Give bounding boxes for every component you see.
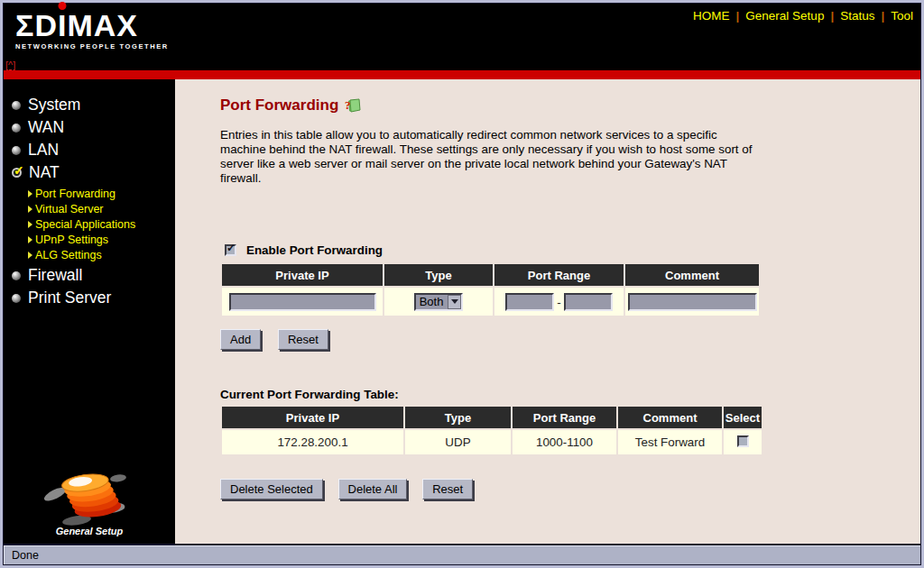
bullet-icon	[12, 101, 21, 110]
sidebar-subitem-upnp-settings[interactable]: UPnP Settings	[28, 232, 175, 247]
private-ip-input[interactable]	[229, 293, 376, 311]
logo-red-dot-icon	[59, 2, 67, 10]
sidebar-item-system[interactable]: System	[4, 94, 175, 116]
delete-selected-button[interactable]: Delete Selected	[220, 479, 323, 499]
status-bar: Done	[4, 544, 920, 564]
port-forwarding-entry-table: Private IP Type Port Range Comment Both	[220, 262, 761, 317]
page-title-row: Port Forwarding ?	[220, 96, 920, 115]
header: ΣDIMAX NETWORKING PEOPLE TOGETHER HOME|G…	[4, 4, 920, 70]
edimax-logo: ΣDIMAX NETWORKING PEOPLE TOGETHER	[15, 10, 169, 50]
sidebar-item-label: NAT	[29, 163, 60, 182]
column-header-comment: Comment	[618, 407, 722, 428]
arrow-right-icon	[28, 206, 32, 213]
bullet-icon	[12, 271, 21, 280]
column-header-select: Select	[724, 407, 762, 428]
column-header-comment: Comment	[625, 264, 759, 286]
sidebar-item-label: LAN	[28, 141, 59, 160]
nav-separator: |	[881, 9, 884, 23]
brand-tagline: NETWORKING PEOPLE TOGETHER	[15, 42, 169, 50]
bullet-icon	[12, 146, 21, 155]
svg-text:?: ?	[345, 98, 351, 112]
subitem-label: Port Forwarding	[35, 188, 116, 200]
sidebar-subitem-virtual-server[interactable]: Virtual Server	[28, 201, 175, 216]
comment-input[interactable]	[628, 293, 757, 311]
page-title: Port Forwarding	[220, 96, 338, 115]
nat-subnav: Port Forwarding Virtual Server Special A…	[28, 186, 175, 262]
cell-comment: Test Forward	[618, 430, 722, 454]
port-end-input[interactable]	[564, 293, 613, 311]
reset-table-button[interactable]: Reset	[422, 479, 473, 499]
sidebar-item-lan[interactable]: LAN	[4, 139, 175, 161]
enable-port-forwarding-label[interactable]: Enable Port Forwarding	[246, 243, 383, 257]
subitem-label: Virtual Server	[35, 203, 104, 215]
enable-row: ✓ Enable Port Forwarding	[225, 243, 920, 257]
type-cell: Both	[384, 288, 493, 316]
sidebar-item-nat[interactable]: ✓ NAT	[4, 161, 175, 184]
form-buttons: Add Reset	[220, 329, 920, 350]
port-start-input[interactable]	[505, 293, 554, 311]
sidebar-item-label: Print Server	[28, 289, 111, 307]
current-table-label: Current Port Forwarding Table:	[220, 388, 920, 401]
table-buttons: Delete Selected Delete All Reset	[220, 479, 920, 499]
comment-cell	[625, 288, 759, 316]
arrow-right-icon	[28, 252, 32, 259]
sidebar-subitem-alg-settings[interactable]: ALG Settings	[28, 247, 175, 262]
port-forwarding-form: ✓ Enable Port Forwarding Private IP Type…	[220, 243, 920, 350]
type-select[interactable]: Both	[414, 293, 464, 311]
help-book-icon: ?	[344, 97, 362, 114]
table-row: 172.28.200.1 UDP 1000-1100 Test Forward …	[222, 430, 762, 454]
sidebar: System WAN LAN ✓ NAT Port Forwarding	[4, 79, 175, 544]
column-header-type: Type	[384, 264, 493, 286]
subitem-label: Special Applications	[35, 218, 135, 231]
page-description: Entries in this table allow you to autom…	[220, 128, 762, 186]
port-range-cell: -	[494, 288, 624, 316]
nav-separator: |	[830, 9, 834, 23]
top-anchor-link[interactable]: [^]	[5, 60, 15, 70]
arrow-right-icon	[28, 236, 32, 243]
table-header-row: Private IP Type Port Range Comment	[222, 264, 759, 286]
nav-status-link[interactable]: Status	[840, 9, 874, 23]
nav-home-link[interactable]: HOME	[693, 9, 730, 23]
row-select-checkbox[interactable]: ✓	[737, 435, 749, 447]
column-header-private-ip: Private IP	[222, 264, 383, 286]
checkmark-icon: ✓	[12, 167, 23, 179]
cell-type: UDP	[405, 430, 511, 454]
column-header-type: Type	[405, 407, 511, 428]
page: ΣDIMAX NETWORKING PEOPLE TOGETHER HOME|G…	[3, 3, 921, 565]
port-range-separator: -	[557, 295, 560, 308]
dropdown-arrow-icon[interactable]	[448, 295, 461, 309]
cell-port-range: 1000-1100	[513, 430, 616, 454]
cell-select: ✓	[724, 430, 762, 454]
sidebar-item-wan[interactable]: WAN	[4, 116, 175, 139]
add-button[interactable]: Add	[220, 329, 261, 350]
delete-all-button[interactable]: Delete All	[338, 479, 408, 499]
bullet-icon	[12, 294, 21, 303]
table-header-row: Private IP Type Port Range Comment Selec…	[222, 407, 762, 428]
bullet-icon	[12, 124, 21, 133]
reset-button[interactable]: Reset	[278, 329, 328, 350]
disc-stack-logo-icon	[35, 457, 143, 527]
entry-input-row: Both -	[222, 288, 759, 316]
column-header-private-ip: Private IP	[222, 407, 403, 428]
sidebar-item-print-server[interactable]: Print Server	[4, 287, 175, 309]
nav-separator: |	[736, 9, 740, 23]
general-setup-caption: General Setup	[4, 526, 175, 536]
brand-wordmark: ΣDIMAX	[15, 10, 169, 41]
browser-frame: ΣDIMAX NETWORKING PEOPLE TOGETHER HOME|G…	[0, 0, 924, 568]
top-nav: HOME|General Setup|Status|Tool	[693, 9, 913, 23]
subitem-label: UPnP Settings	[35, 234, 108, 246]
private-ip-cell	[222, 288, 383, 316]
sidebar-subitem-special-applications[interactable]: Special Applications	[28, 216, 175, 232]
status-text: Done	[12, 549, 39, 562]
enable-port-forwarding-checkbox[interactable]: ✓	[225, 244, 236, 256]
general-setup-logo: General Setup	[4, 457, 175, 536]
column-header-port-range: Port Range	[494, 264, 624, 286]
sidebar-item-firewall[interactable]: Firewall	[4, 264, 175, 287]
sidebar-item-label: Firewall	[28, 266, 82, 285]
sidebar-subitem-port-forwarding[interactable]: Port Forwarding	[28, 186, 175, 201]
arrow-right-icon	[28, 221, 32, 228]
nav-general-setup-link[interactable]: General Setup	[745, 9, 824, 23]
nav-tool-link[interactable]: Tool	[891, 9, 913, 23]
subitem-label: ALG Settings	[35, 249, 102, 261]
sidebar-item-label: System	[28, 96, 80, 115]
